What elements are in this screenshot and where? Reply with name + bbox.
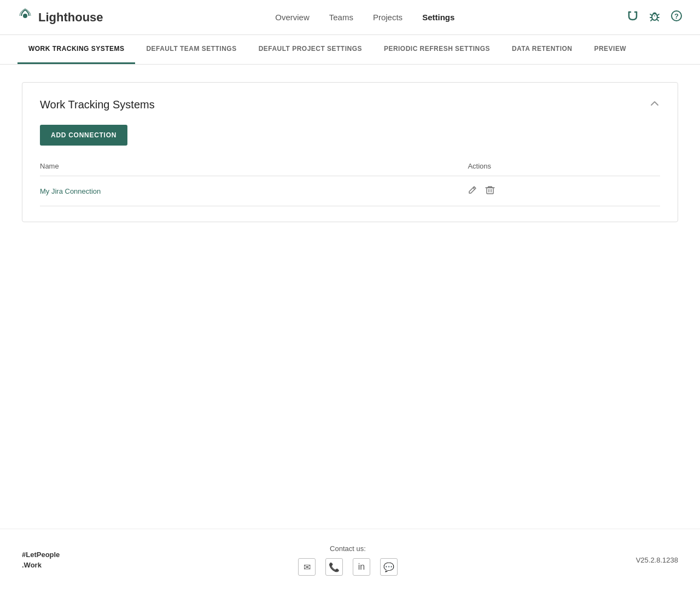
connection-name: My Jira Connection — [40, 176, 468, 206]
subnav: WORK TRACKING SYSTEMS DEFAULT TEAM SETTI… — [0, 35, 700, 65]
version-label: V25.2.8.1238 — [636, 556, 678, 564]
table-row: My Jira Connection — [40, 176, 660, 206]
help-icon[interactable]: ? — [670, 10, 682, 25]
email-icon[interactable]: ✉ — [298, 558, 316, 576]
chat-icon[interactable]: 💬 — [380, 558, 398, 576]
footer: #LetPeople .Work Contact us: ✉ 📞 in 💬 V2… — [0, 529, 700, 591]
svg-point-1 — [652, 14, 657, 20]
svg-point-0 — [23, 14, 27, 18]
header: Lighthouse Overview Teams Projects Setti… — [0, 0, 700, 35]
magnet-icon[interactable] — [627, 10, 639, 25]
work-tracking-card: Work Tracking Systems ADD CONNECTION Nam… — [22, 82, 678, 222]
bug-icon[interactable] — [649, 10, 661, 25]
collapse-icon[interactable] — [649, 98, 660, 112]
footer-contact: Contact us: ✉ 📞 in 💬 — [298, 544, 398, 576]
subnav-work-tracking[interactable]: WORK TRACKING SYSTEMS — [18, 35, 135, 64]
card-title: Work Tracking Systems — [40, 99, 155, 111]
subnav-preview[interactable]: PREVIEW — [583, 35, 637, 64]
delete-icon[interactable] — [485, 185, 495, 197]
subnav-default-team[interactable]: DEFAULT TEAM SETTINGS — [135, 35, 247, 64]
contact-label: Contact us: — [330, 544, 366, 553]
card-header: Work Tracking Systems — [40, 98, 660, 112]
footer-hashtag: #LetPeople .Work — [22, 550, 60, 570]
connections-table: Name Actions My Jira Connection — [40, 157, 660, 206]
col-name: Name — [40, 157, 468, 176]
linkedin-icon[interactable]: in — [353, 558, 370, 576]
logo-text: Lighthouse — [38, 10, 103, 25]
subnav-periodic-refresh[interactable]: PERIODIC REFRESH SETTINGS — [373, 35, 501, 64]
row-actions — [468, 176, 660, 206]
main-content: Work Tracking Systems ADD CONNECTION Nam… — [0, 65, 700, 529]
nav-projects[interactable]: Projects — [373, 13, 402, 22]
main-nav: Overview Teams Projects Settings — [275, 13, 454, 22]
contact-icons: ✉ 📞 in 💬 — [298, 558, 398, 576]
phone-icon[interactable]: 📞 — [325, 558, 343, 576]
header-icons: ? — [627, 10, 682, 25]
subnav-default-project[interactable]: DEFAULT PROJECT SETTINGS — [248, 35, 373, 64]
nav-teams[interactable]: Teams — [329, 13, 353, 22]
logo-icon — [18, 8, 33, 27]
nav-settings[interactable]: Settings — [422, 13, 454, 22]
subnav-data-retention[interactable]: DATA RETENTION — [501, 35, 584, 64]
svg-rect-5 — [487, 188, 493, 194]
col-actions: Actions — [468, 157, 660, 176]
nav-overview[interactable]: Overview — [275, 13, 310, 22]
edit-icon[interactable] — [468, 185, 477, 197]
add-connection-button[interactable]: ADD CONNECTION — [40, 125, 127, 146]
logo[interactable]: Lighthouse — [18, 8, 103, 27]
svg-point-2 — [654, 15, 655, 16]
svg-text:?: ? — [674, 12, 679, 20]
